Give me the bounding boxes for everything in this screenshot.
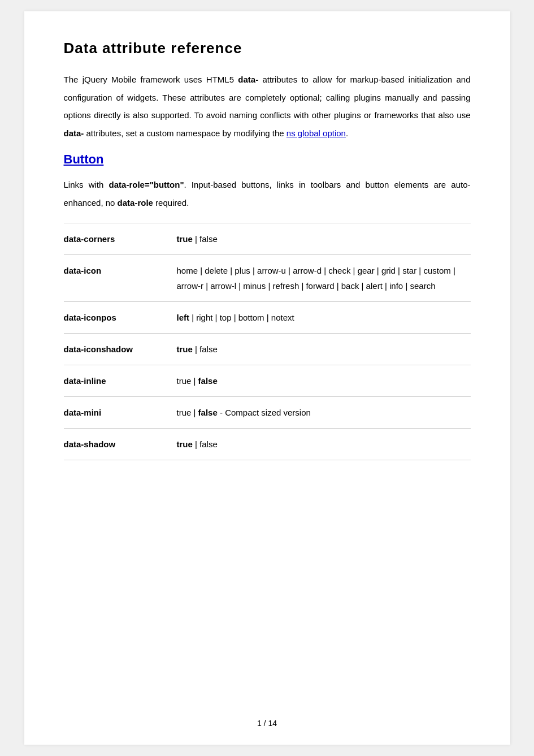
table-row: data-cornerstrue | false (64, 223, 471, 255)
page-container: Data attribute reference The jQuery Mobi… (24, 11, 510, 745)
attr-name-cell: data-icon (64, 255, 177, 302)
table-row: data-iconhome | delete | plus | arrow-u … (64, 255, 471, 302)
attr-value-cell: true | false - Compact sized version (177, 397, 471, 429)
section-desc-part1: Links with (64, 180, 109, 189)
attr-value-cell: true | false (177, 223, 471, 255)
table-row: data-iconshadowtrue | false (64, 334, 471, 365)
intro-text-part1: The jQuery Mobile framework uses HTML5 (64, 75, 238, 84)
attr-name-cell: data-iconpos (64, 302, 177, 334)
attr-name-cell: data-corners (64, 223, 177, 255)
intro-paragraph: The jQuery Mobile framework uses HTML5 d… (64, 71, 471, 142)
attr-name-cell: data-shadow (64, 429, 177, 460)
attr-value-cell: home | delete | plus | arrow-u | arrow-d… (177, 255, 471, 302)
attr-value-cell: true | false (177, 334, 471, 365)
attr-name-cell: data-inline (64, 365, 177, 397)
attr-name-cell: data-iconshadow (64, 334, 177, 365)
table-row: data-inlinetrue | false (64, 365, 471, 397)
ns-global-option-link[interactable]: ns global option (286, 128, 346, 138)
section-desc-bold2: data-role (118, 198, 153, 208)
button-section-title: Button (64, 152, 471, 167)
attr-value-cell: true | false (177, 429, 471, 460)
section-desc-bold1: data-role="button" (109, 180, 184, 189)
intro-text-part3: attributes, set a custom namespace by mo… (84, 128, 286, 138)
section-desc-part3: required. (153, 198, 189, 208)
table-row: data-iconposleft | right | top | bottom … (64, 302, 471, 334)
attr-name-cell: data-mini (64, 397, 177, 429)
section-description: Links with data-role="button". Input-bas… (64, 176, 471, 211)
table-row: data-minitrue | false - Compact sized ve… (64, 397, 471, 429)
intro-bold1: data- (238, 75, 258, 84)
page-title: Data attribute reference (64, 40, 471, 57)
attributes-table: data-cornerstrue | falsedata-iconhome | … (64, 223, 471, 460)
table-row: data-shadowtrue | false (64, 429, 471, 460)
attr-value-cell: left | right | top | bottom | notext (177, 302, 471, 334)
intro-bold2: data- (64, 128, 84, 138)
attr-value-cell: true | false (177, 365, 471, 397)
intro-text-part4: . (346, 128, 348, 138)
page-footer: 1 / 14 (24, 719, 510, 728)
